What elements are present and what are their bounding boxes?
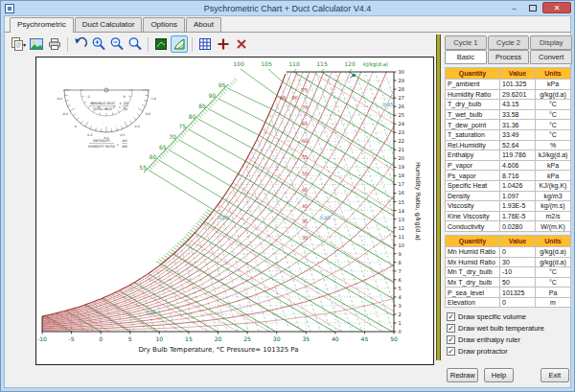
checkbox-box[interactable]: ✓ (447, 324, 455, 333)
units-cell: °C (536, 129, 571, 140)
zoom-in-button[interactable] (90, 35, 107, 53)
table-row[interactable]: Kine Viscosity1.76E-5m2/s (446, 211, 571, 221)
svg-text:0: 0 (99, 335, 103, 342)
table-row[interactable]: P_sea_level101325Pa (446, 288, 571, 298)
svg-text:23: 23 (399, 129, 404, 135)
title-bar: Psychrometric Chart + Duct Calculator V4… (1, 1, 574, 15)
panel-splitter[interactable] (436, 35, 441, 360)
svg-text:SENSIBLE HEAT: SENSIBLE HEAT (90, 102, 116, 105)
svg-text:17: 17 (399, 181, 404, 187)
table-row[interactable]: Mx T_dry_bulb50°C (446, 277, 571, 288)
value-cell[interactable]: 33.58 (500, 109, 536, 120)
checkbox-box[interactable]: ✓ (447, 312, 455, 321)
value-cell[interactable]: 33.49 (500, 129, 536, 140)
table-row[interactable]: P_ambient101.325kPa (446, 80, 571, 90)
column-header: Value (500, 68, 536, 80)
checkbox-draw-protractor[interactable]: ✓Draw protractor (447, 347, 573, 356)
chart-style-psychrometric-button[interactable] (171, 35, 188, 53)
value-cell[interactable]: 1.93E-5 (500, 201, 536, 212)
value-cell[interactable]: 101325 (500, 288, 536, 298)
tab-psychrometric[interactable]: Psychrometric (10, 17, 74, 33)
checkbox-draw-specific-volume[interactable]: ✓Draw specific volume (447, 312, 573, 321)
value-cell[interactable]: 1.0426 (500, 180, 536, 191)
table-row[interactable]: Mx Humid Ratio30g/kg(d.a) (446, 257, 571, 267)
tab-options[interactable]: Options (143, 17, 185, 32)
checkbox-label: Draw protractor (458, 347, 508, 356)
reset-view-button[interactable] (72, 35, 89, 53)
print-button[interactable] (46, 35, 63, 53)
save-image-button[interactable] (28, 35, 45, 53)
zoom-normal-button[interactable] (126, 35, 144, 53)
table-row[interactable]: Density1.097kg/m3 (446, 191, 571, 201)
table-row[interactable]: Rel.Humidity52.64% (446, 140, 571, 150)
value-cell[interactable]: 0 (500, 246, 536, 257)
tab-display[interactable]: Display (530, 35, 572, 50)
quantity-cell: T_dry_bulb (446, 100, 500, 110)
table-row[interactable]: Conductivity0.0280W/(m.K) (446, 221, 571, 232)
table-row[interactable]: Mn T_dry_bulb-10°C (446, 267, 571, 278)
table-row[interactable]: T_dew_point31.36°C (446, 120, 571, 130)
value-cell[interactable]: 101.325 (500, 80, 536, 90)
value-cell[interactable]: -10 (500, 267, 536, 278)
chart-style-block-button[interactable] (152, 35, 170, 53)
table-row[interactable]: Viscosity1.93E-5kg/(m.s) (446, 201, 571, 212)
minimize-button[interactable]: – (506, 2, 522, 13)
value-cell[interactable]: 1.76E-5 (500, 211, 536, 221)
value-cell[interactable]: 43.15 (500, 100, 536, 110)
value-cell[interactable]: 8.716 (500, 171, 536, 181)
table-row[interactable]: Specific Heat1.0426KJ/(kg.K) (446, 180, 571, 191)
value-cell[interactable]: 52.64 (500, 140, 536, 150)
checkbox-draw-enthalpy-ruler[interactable]: ✓Draw enthalpy ruler (447, 335, 573, 344)
table-row[interactable]: Ps_vapor8.716kPa (446, 171, 571, 181)
table-row[interactable]: T_saturation33.49°C (446, 129, 571, 140)
table-row[interactable]: Enthalpy119.786kJ/kg(d.a) (446, 150, 571, 161)
copy-dropdown-arrow[interactable]: ▾ (23, 41, 26, 48)
svg-text:30: 30 (399, 69, 404, 75)
state-point-marker[interactable] (350, 74, 356, 79)
copy-button[interactable]: ▾ (9, 35, 27, 53)
close-button[interactable]: ✕ (542, 2, 571, 13)
tab-convert[interactable]: Convert (530, 50, 572, 64)
table-row[interactable]: T_dry_bulb43.15°C (446, 100, 571, 110)
quantity-cell: Density (446, 191, 500, 201)
svg-text:120: 120 (344, 60, 356, 67)
table-row[interactable]: Mn Humid Ratio0g/kg(d.a) (446, 246, 571, 257)
table-row[interactable]: Humidity Ratio29.6201g/kg(d.a) (446, 89, 571, 100)
value-cell[interactable]: 50 (500, 277, 536, 288)
value-cell[interactable]: 29.6201 (500, 89, 536, 100)
svg-text:29: 29 (399, 78, 404, 83)
svg-text:-10: -10 (37, 335, 47, 342)
exit-button[interactable]: Exit (540, 368, 569, 382)
help-button[interactable]: Help (484, 368, 513, 382)
checkbox-box[interactable]: ✓ (447, 347, 455, 356)
add-point-button[interactable] (215, 35, 232, 53)
tab-cycle-1[interactable]: Cycle 1 (445, 35, 487, 50)
psychrometric-chart-canvas[interactable]: -10-505101520253035404550Dry Bulb Temper… (35, 57, 434, 365)
delete-point-button[interactable] (233, 35, 250, 53)
value-cell[interactable]: 30 (500, 257, 536, 267)
value-cell[interactable]: 0 (500, 297, 536, 308)
tab-cycle-2[interactable]: Cycle 2 (488, 35, 530, 50)
maximize-button[interactable] (524, 2, 540, 13)
image-icon (29, 36, 44, 52)
value-cell[interactable]: 31.36 (500, 120, 536, 130)
redraw-button[interactable]: Redraw (447, 368, 478, 382)
svg-text:-0.4: -0.4 (57, 97, 62, 101)
units-cell: °C (536, 109, 571, 120)
value-cell[interactable]: 0.0280 (500, 221, 536, 232)
table-row[interactable]: P_vapor4.606kPa (446, 160, 571, 171)
tab-basic[interactable]: Basic (445, 50, 487, 64)
show-grid-button[interactable] (196, 35, 214, 53)
checkbox-draw-wet-bulb-temperature[interactable]: ✓Draw wet bulb temperature (447, 324, 573, 333)
zoom-out-button[interactable] (108, 35, 126, 53)
enthalpy-ruler: 556065707580859095100105110115120kJ/kg(d… (139, 60, 388, 265)
value-cell[interactable]: 4.606 (500, 160, 536, 171)
table-row[interactable]: Elevation0m (446, 297, 571, 308)
tab-about[interactable]: About (186, 17, 221, 32)
value-cell[interactable]: 119.786 (500, 150, 536, 161)
tab-duct-calculator[interactable]: Duct Calculator (75, 17, 143, 32)
value-cell[interactable]: 1.097 (500, 191, 536, 201)
tab-process[interactable]: Process (488, 50, 530, 64)
checkbox-box[interactable]: ✓ (447, 335, 455, 344)
table-row[interactable]: T_wet_bulb33.58°C (446, 109, 571, 120)
